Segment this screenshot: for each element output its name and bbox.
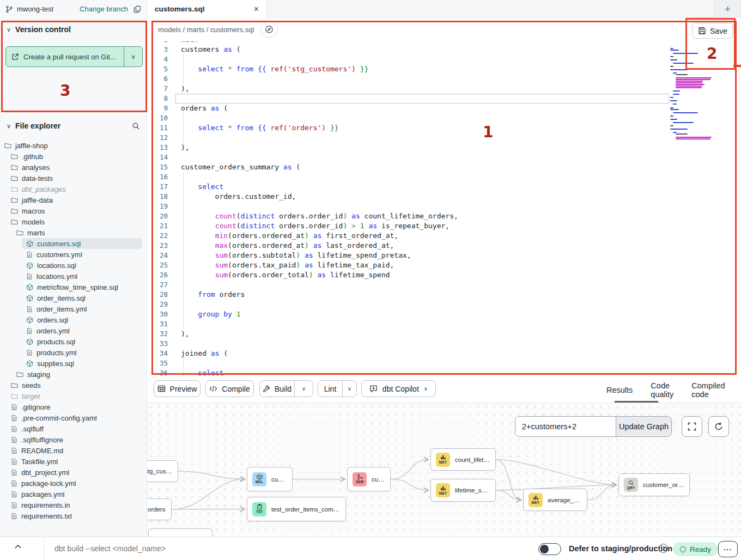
code-line-17[interactable]: 17 select xyxy=(147,182,741,192)
lint-button[interactable]: Lint ∨ xyxy=(318,380,357,397)
code-line-19[interactable]: 19 xyxy=(147,202,741,211)
compile-button[interactable]: Compile xyxy=(205,380,254,397)
file-tree-item--gitignore[interactable]: .gitignore xyxy=(0,401,147,412)
code-line-4[interactable]: 4 xyxy=(147,54,741,64)
lineage-node-customer_order_metrics[interactable]: QRYcustomer_order_metrics xyxy=(618,473,690,496)
version-control-section[interactable]: ∨ Version control xyxy=(7,25,140,34)
preview-button[interactable]: Preview xyxy=(154,380,201,397)
file-tree-item-taskfile-yml[interactable]: Taskfile.yml xyxy=(0,456,147,467)
pr-dropdown-button[interactable]: ∨ xyxy=(124,47,142,66)
lineage-node-test_node[interactable]: TSTtest_order_items_compute_to_bools... xyxy=(247,497,346,521)
file-tree-item-jaffle-data[interactable]: jaffle-data xyxy=(0,194,147,205)
code-editor[interactable]: 2with3customers as (45 select * from {{ … xyxy=(147,41,741,377)
lineage-node-customers_mdl[interactable]: MDLcustomers xyxy=(247,467,293,491)
editor-tab[interactable]: customers.sql × xyxy=(147,0,267,18)
copilot-button[interactable]: dbt Copilot ∨ xyxy=(361,380,436,397)
file-tree-item-orders-yml[interactable]: orders.yml xyxy=(0,325,147,336)
file-search-icon[interactable] xyxy=(132,122,140,130)
code-line-18[interactable]: 18 orders.customer_id, xyxy=(147,192,741,202)
code-line-32[interactable]: 32), xyxy=(147,329,741,339)
file-tree-item-seeds[interactable]: seeds xyxy=(0,380,147,391)
file-tree-item-locations-yml[interactable]: locations.yml xyxy=(0,271,147,282)
code-line-27[interactable]: 27 xyxy=(147,280,741,290)
file-tree-item--github[interactable]: .github xyxy=(0,151,147,162)
code-line-34[interactable]: 34joined as ( xyxy=(147,349,741,358)
create-pr-main[interactable]: Create a pull request on Git... xyxy=(6,47,124,66)
lineage-node-lifetime_spend_pretax[interactable]: METlifetime_spend_pretax xyxy=(430,479,496,502)
code-line-13[interactable]: 13), xyxy=(147,143,741,153)
code-line-33[interactable]: 33 xyxy=(147,339,741,349)
code-line-23[interactable]: 23 max(orders.ordered_at) as last_ordere… xyxy=(147,241,741,251)
file-tree-item-orders-sql[interactable]: orders.sql xyxy=(0,314,147,325)
code-line-25[interactable]: 25 sum(orders.tax_paid) as lifetime_tax_… xyxy=(147,260,741,270)
tab-close-icon[interactable]: × xyxy=(254,5,259,14)
create-pr-button[interactable]: Create a pull request on Git... ∨ xyxy=(5,46,143,67)
more-options-button[interactable]: ··· xyxy=(718,541,738,557)
commit-history-icon[interactable] xyxy=(133,5,141,13)
file-tree-item-target[interactable]: target xyxy=(0,391,147,401)
file-tree-item-customers-yml[interactable]: customers.yml xyxy=(0,249,147,260)
file-tree-item-marts[interactable]: marts xyxy=(0,227,147,238)
code-line-15[interactable]: 15customer_orders_summary as ( xyxy=(147,162,741,172)
code-line-36[interactable]: 36 select xyxy=(147,368,741,377)
code-line-7[interactable]: 7), xyxy=(147,84,741,94)
change-branch-link[interactable]: Change branch xyxy=(80,5,128,13)
file-tree-item-packages-yml[interactable]: packages.yml xyxy=(0,489,147,500)
new-tab-button[interactable]: + xyxy=(714,0,741,18)
file-tree-item-metricflow-time-spine-sql[interactable]: metricflow_time_spine.sql xyxy=(0,282,147,293)
code-line-6[interactable]: 6 xyxy=(147,74,741,84)
file-tree-item-locations-sql[interactable]: locations.sql xyxy=(0,260,147,271)
lint-dropdown-button[interactable]: ∨ xyxy=(342,381,356,397)
code-line-30[interactable]: 30 group by 1 xyxy=(147,309,741,319)
file-tree-item-customers-sql[interactable]: customers.sql xyxy=(22,238,142,249)
file-tree-item--pre-commit-config-yaml[interactable]: .pre-commit-config.yaml xyxy=(0,412,147,423)
tab-compiled-code[interactable]: Compiled code xyxy=(691,381,725,399)
code-line-10[interactable]: 10 xyxy=(147,113,741,123)
defer-toggle[interactable] xyxy=(538,543,561,555)
lineage-node-partial_node[interactable] xyxy=(148,528,212,537)
code-line-12[interactable]: 12 xyxy=(147,133,741,143)
file-tree-item--sqlfluffignore[interactable]: .sqlfluffignore xyxy=(0,434,147,445)
file-tree-item-dbt-project-yml[interactable]: dbt_project.yml xyxy=(0,467,147,478)
file-tree-item-order-items-sql[interactable]: order_items.sql xyxy=(0,293,147,303)
lineage-node-customers_sem[interactable]: SEMcustomers xyxy=(347,467,391,491)
file-tree-item-products-yml[interactable]: products.yml xyxy=(0,347,147,358)
expand-command-bar-icon[interactable] xyxy=(14,544,22,549)
minimap[interactable] xyxy=(670,48,715,211)
build-dropdown-button[interactable]: ∨ xyxy=(294,381,313,397)
code-line-26[interactable]: 26 sum(orders.order_total) as lifetime_s… xyxy=(147,270,741,280)
lineage-node-average_order_value[interactable]: METaverage_order_value xyxy=(523,489,587,511)
refresh-button[interactable] xyxy=(708,416,729,437)
code-line-8[interactable]: 8 xyxy=(147,94,741,104)
code-line-24[interactable]: 24 sum(orders.subtotal) as lifetime_spen… xyxy=(147,251,741,260)
build-button[interactable]: Build ∨ xyxy=(259,380,313,397)
file-tree-item-analyses[interactable]: analyses xyxy=(0,162,147,173)
code-line-20[interactable]: 20 count(distinct orders.order_id) as co… xyxy=(147,211,741,221)
save-button[interactable]: Save xyxy=(692,23,733,39)
lineage-node-stg_customers[interactable]: MDLstg_customers xyxy=(147,460,178,482)
code-line-21[interactable]: 21 count(distinct orders.order_id) > 1 a… xyxy=(147,221,741,231)
code-line-5[interactable]: 5 select * from {{ ref('stg_customers') … xyxy=(147,64,741,74)
file-tree-item--sqlfluff[interactable]: .sqlfluff xyxy=(0,423,147,434)
file-tree-item-models[interactable]: models xyxy=(0,216,147,227)
file-tree-item-dbt-packages[interactable]: dbt_packages xyxy=(0,184,147,194)
code-line-14[interactable]: 14 xyxy=(147,153,741,162)
code-line-11[interactable]: 11 select * from {{ ref('orders') }} xyxy=(147,123,741,133)
file-tree-item-requirements-txt[interactable]: requirements.txt xyxy=(0,510,147,521)
code-line-9[interactable]: 9orders as ( xyxy=(147,104,741,113)
file-tree-item-data-tests[interactable]: data-tests xyxy=(0,173,147,184)
fullscreen-button[interactable] xyxy=(682,416,702,437)
help-icon[interactable]: ? xyxy=(659,544,668,553)
file-tree-item-staging[interactable]: staging xyxy=(0,369,147,380)
code-line-35[interactable]: 35 xyxy=(147,358,741,368)
tab-code-quality[interactable]: Code quality xyxy=(651,381,673,399)
file-tree-item-jaffle-shop[interactable]: jaffle-shop xyxy=(0,140,147,151)
file-tree-item-readme-md[interactable]: README.md xyxy=(0,445,147,456)
file-tree-item-package-lock-yml[interactable]: package-lock.yml xyxy=(0,478,147,489)
code-line-29[interactable]: 29 xyxy=(147,300,741,309)
tab-results[interactable]: Results xyxy=(606,386,633,394)
lineage-canvas[interactable]: MDLstg_customersMDLordersMDLcustomersTST… xyxy=(147,403,741,537)
file-tree-item-products-sql[interactable]: products.sql xyxy=(0,336,147,347)
lineage-filter-input[interactable] xyxy=(515,417,616,436)
update-graph-button[interactable]: Update Graph xyxy=(616,417,671,436)
